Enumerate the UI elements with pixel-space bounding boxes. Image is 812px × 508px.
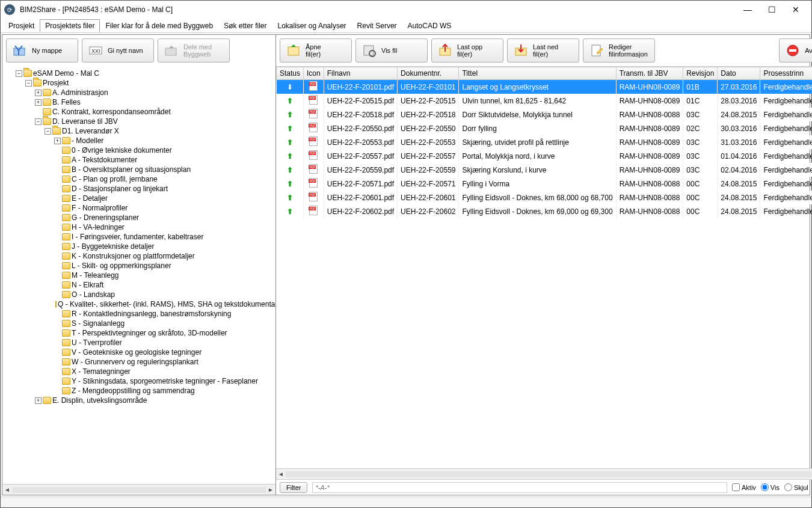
horizontal-scrollbar[interactable]: ◄► bbox=[2, 484, 275, 495]
file-grid[interactable]: StatusIconFilnavnDokumentnr.TittelTransm… bbox=[276, 66, 812, 468]
column-header-5[interactable]: Transm. til JBV bbox=[616, 67, 683, 80]
column-header-7[interactable]: Dato bbox=[718, 67, 760, 80]
filter-input[interactable] bbox=[312, 482, 727, 493]
tree-twisty[interactable] bbox=[54, 369, 61, 375]
table-row[interactable]: ⬆ UEH-22-F-20602.pdf UEH-22-F-20602 Fyll… bbox=[277, 204, 813, 218]
tree-folder-23[interactable]: X - Temategninger bbox=[53, 367, 275, 376]
tree-folder-6[interactable]: F - Normalprofiler bbox=[53, 203, 275, 213]
menu-tab-5[interactable]: Revit Server bbox=[352, 19, 402, 32]
tree-folder-0[interactable]: 0 - Øvrige tekniske dokumenter bbox=[53, 145, 275, 155]
tree-twisty[interactable] bbox=[54, 349, 61, 356]
tree-folder-11[interactable]: K - Konstruksjoner og plattformdetaljer bbox=[53, 251, 275, 261]
download-button[interactable]: Last ned fil(er) bbox=[507, 38, 579, 63]
table-row[interactable]: ⬇ UEH-22-F-20101.pdf UEH-22-F-20101 Lang… bbox=[277, 80, 813, 94]
tree-d[interactable]: − D. Leveranse til JBV bbox=[34, 117, 275, 126]
tree-twisty[interactable] bbox=[54, 253, 61, 260]
column-header-2[interactable]: Filnavn bbox=[324, 67, 397, 80]
tree-twisty[interactable] bbox=[54, 320, 61, 327]
tree-twisty[interactable] bbox=[54, 378, 61, 385]
menu-tab-6[interactable]: AutoCAD WS bbox=[402, 19, 457, 32]
tree-folder-1[interactable]: A - Tekstdokumenter bbox=[53, 155, 275, 165]
tree-twisty[interactable] bbox=[54, 215, 61, 221]
menu-tab-3[interactable]: Søk etter filer bbox=[218, 19, 272, 32]
tree-folder-7[interactable]: G - Dreneringsplaner bbox=[53, 213, 275, 222]
filter-aktiv-checkbox[interactable]: Aktiv bbox=[732, 483, 756, 491]
tree-folder-17[interactable]: R - Kontaktledningsanlegg, banestrømsfor… bbox=[53, 309, 275, 319]
tree-folder-2[interactable]: B - Oversiktsplaner og situasjonsplan bbox=[53, 165, 275, 174]
tree-project[interactable]: − Prosjekt bbox=[24, 78, 275, 88]
tree-a[interactable]: + A. Administrasjon bbox=[34, 88, 275, 97]
column-header-0[interactable]: Status bbox=[277, 67, 304, 80]
tree-twisty[interactable]: + bbox=[54, 138, 61, 144]
tree-folder-18[interactable]: S - Signalanlegg bbox=[53, 319, 275, 328]
tree-panel[interactable]: − eSAM Demo - Mal C − Prosjekt + A. Admi… bbox=[2, 66, 275, 484]
tree-folder-16[interactable]: Q - Kvalitet-, sikkerhet- (inkl. RAMS), … bbox=[53, 299, 275, 309]
tree-twisty[interactable]: − bbox=[16, 70, 22, 77]
tree-twisty[interactable] bbox=[54, 205, 61, 212]
tree-folder-14[interactable]: N - Elkraft bbox=[53, 280, 275, 290]
table-row[interactable]: ⬆ UEH-22-F-20518.pdf UEH-22-F-20518 Dorr… bbox=[277, 108, 813, 121]
tree-twisty[interactable] bbox=[54, 243, 61, 250]
tree-folder-20[interactable]: U - Tverrprofiler bbox=[53, 338, 275, 347]
share-button[interactable]: Dele med Byggweb bbox=[158, 38, 230, 63]
tree-folder-3[interactable]: C - Plan og profil, jernbane bbox=[53, 174, 275, 184]
upload-button[interactable]: Last opp fil(er) bbox=[431, 38, 503, 63]
tree-twisty[interactable]: − bbox=[35, 118, 42, 125]
column-header-4[interactable]: Tittel bbox=[459, 67, 616, 80]
tree-twisty[interactable] bbox=[54, 147, 61, 154]
tree-folder-9[interactable]: I - Føringsveier, fundamenter, kabeltras… bbox=[53, 232, 275, 242]
filter-vis-radio[interactable]: Vis bbox=[761, 483, 780, 491]
tree-e[interactable]: + E. Displin, utvekslingsområde bbox=[34, 396, 275, 405]
tree-twisty[interactable]: + bbox=[35, 397, 42, 404]
tree-b[interactable]: + B. Felles bbox=[34, 97, 275, 107]
tree-twisty[interactable]: + bbox=[35, 90, 42, 96]
tree-folder-22[interactable]: W - Grunnerverv og reguleringsplankart bbox=[53, 357, 275, 367]
column-header-3[interactable]: Dokumentnr. bbox=[398, 67, 459, 80]
tree-folder-19[interactable]: T - Perspektivtegninger og skråfoto, 3D-… bbox=[53, 328, 275, 338]
table-row[interactable]: ⬆ UEH-22-F-20550.pdf UEH-22-F-20550 Dorr… bbox=[277, 121, 813, 135]
tree-twisty[interactable] bbox=[54, 359, 61, 366]
tree-twisty[interactable] bbox=[54, 234, 61, 240]
table-row[interactable]: ⬆ UEH-22-F-20557.pdf UEH-22-F-20557 Port… bbox=[277, 149, 813, 163]
tree-twisty[interactable]: − bbox=[25, 80, 32, 87]
tree-root[interactable]: − eSAM Demo - Mal C bbox=[14, 69, 275, 78]
tree-folder-12[interactable]: L - Skilt- og oppmerkingsplaner bbox=[53, 261, 275, 271]
tree-folder-8[interactable]: H - VA-ledninger bbox=[53, 222, 275, 232]
tree-twisty[interactable] bbox=[54, 272, 61, 279]
tree-folder-5[interactable]: E - Detaljer bbox=[53, 194, 275, 203]
view-file-button[interactable]: Vis fil bbox=[355, 38, 428, 63]
tree-twisty[interactable] bbox=[54, 263, 61, 269]
table-row[interactable]: ⬆ UEH-22-F-20553.pdf UEH-22-F-20553 Skjæ… bbox=[277, 135, 813, 149]
table-row[interactable]: ⬆ UEH-22-F-20601.pdf UEH-22-F-20601 Fyll… bbox=[277, 191, 813, 204]
filter-button[interactable]: Filter bbox=[280, 482, 307, 493]
tree-twisty[interactable] bbox=[54, 292, 61, 298]
tree-twisty[interactable] bbox=[54, 176, 61, 183]
tree-twisty[interactable] bbox=[54, 340, 61, 346]
menu-tab-2[interactable]: Filer klar for å dele med Byggweb bbox=[100, 19, 218, 32]
tree-twisty[interactable] bbox=[54, 167, 61, 173]
minimize-button[interactable]: — bbox=[736, 1, 760, 19]
tree-twisty[interactable] bbox=[54, 311, 61, 317]
tree-folder-25[interactable]: Z - Mengdeoppstilling og sammendrag bbox=[53, 386, 275, 396]
table-row[interactable]: ⬆ UEH-22-F-20571.pdf UEH-22-F-20571 Fyll… bbox=[277, 177, 813, 191]
tree-twisty[interactable] bbox=[54, 330, 61, 337]
menu-tab-4[interactable]: Lokaliser og Analyser bbox=[272, 19, 352, 32]
column-header-1[interactable]: Icon bbox=[304, 67, 324, 80]
tree-twisty[interactable] bbox=[54, 282, 61, 289]
tree-folder-10[interactable]: J - Byggetekniske detaljer bbox=[53, 242, 275, 251]
tree-twisty[interactable]: + bbox=[35, 99, 42, 106]
filter-skjul-radio[interactable]: Skjul bbox=[784, 483, 808, 491]
tree-folder-21[interactable]: V - Geotekniske og geologiske tegninger bbox=[53, 347, 275, 357]
tree-folder-13[interactable]: M - Teleanlegg bbox=[53, 271, 275, 280]
new-folder-button[interactable]: Ny mappe bbox=[6, 38, 78, 63]
tree-twisty[interactable] bbox=[54, 186, 61, 192]
tree-twisty[interactable] bbox=[54, 224, 61, 231]
exit-button[interactable]: Avslutt bbox=[779, 38, 812, 63]
rename-button[interactable]: XXI Gi nytt navn bbox=[82, 38, 154, 63]
tree-d1[interactable]: − D1. Leverandør X bbox=[43, 126, 275, 136]
maximize-button[interactable]: ☐ bbox=[760, 1, 784, 19]
table-row[interactable]: ⬆ UEH-22-F-20559.pdf UEH-22-F-20559 Skjæ… bbox=[277, 163, 813, 177]
column-header-8[interactable]: Prosesstrinn bbox=[760, 67, 812, 80]
open-file-button[interactable]: Åpne fil(er) bbox=[280, 38, 352, 63]
tree-modeller[interactable]: + - Modeller bbox=[53, 136, 275, 145]
